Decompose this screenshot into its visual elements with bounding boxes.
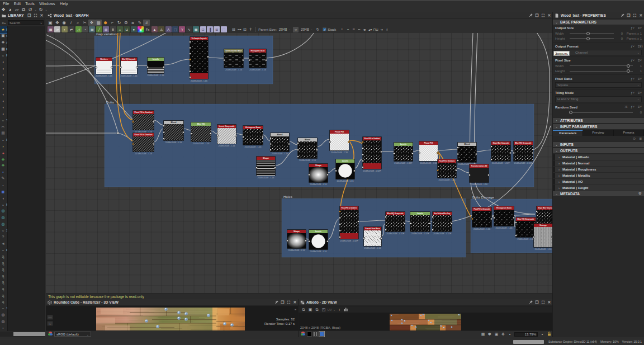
warning-node-icon[interactable]: ⚠ xyxy=(158,26,164,32)
output-port[interactable] xyxy=(429,223,430,224)
open-icon[interactable]: ▱ xyxy=(13,7,20,12)
graph-node[interactable]: Shelves2048x2048 - L16 xyxy=(95,57,112,77)
view2d-maximize-icon[interactable]: ⛶ xyxy=(540,300,546,305)
output-port[interactable] xyxy=(182,131,184,133)
color-profile-icon[interactable] xyxy=(48,332,53,337)
library-tree-item[interactable]: ▪ xyxy=(0,324,7,331)
pixel-height-slider[interactable]: Height1 xyxy=(553,68,644,73)
input-port[interactable] xyxy=(457,153,458,155)
graph-node[interactable]: Levels2048x2048 - L16 xyxy=(146,57,164,77)
library-tree-item[interactable]: ą xyxy=(0,266,7,273)
library-tree-item[interactable]: ❖ xyxy=(0,162,7,169)
align-icon-6[interactable]: ⊓⊔ xyxy=(373,27,378,31)
output-port[interactable] xyxy=(353,170,355,172)
output-port[interactable] xyxy=(455,169,457,171)
graph-node[interactable]: Blend2048x2048 - L16 xyxy=(269,133,290,155)
tools-icon[interactable]: ⚙ xyxy=(122,20,129,26)
view3d-maximize-icon[interactable]: ⛶ xyxy=(286,300,292,305)
graph-node[interactable]: Shape2048x2048 - L16 xyxy=(255,156,276,179)
view2d-tool-icon-2[interactable]: ▣ xyxy=(493,332,500,337)
uniform-color-node-icon[interactable]: ⇄ xyxy=(68,26,74,32)
graph-node[interactable]: Blur HQ2048x2048 - L16 xyxy=(190,122,211,145)
input-port[interactable] xyxy=(393,153,395,154)
input-port[interactable] xyxy=(120,67,121,68)
hsl-node-icon[interactable]: ◉ xyxy=(138,26,144,32)
graph-close-icon[interactable]: ✕ xyxy=(546,13,552,18)
input-port[interactable] xyxy=(385,229,386,230)
output-port[interactable] xyxy=(111,67,112,68)
library-tree-item[interactable]: ◍ xyxy=(0,311,7,318)
channels-icon[interactable] xyxy=(301,332,305,337)
input-port[interactable] xyxy=(363,237,364,239)
input-port[interactable] xyxy=(432,216,433,218)
gradient-node-icon[interactable]: ◗ xyxy=(61,26,68,32)
input-port[interactable] xyxy=(335,170,337,172)
lock-icon[interactable] xyxy=(546,332,552,337)
input-port[interactable] xyxy=(269,143,271,145)
unlink-icon[interactable]: ✂ xyxy=(81,20,88,26)
output-port[interactable] xyxy=(437,152,438,154)
elbow-links-icon[interactable]: ⌐ xyxy=(109,20,116,26)
view3d-viewport[interactable]: » — › Samples: 32 Render Time: 0.17 s xyxy=(46,306,298,330)
library-tree-item[interactable]: ⌄3 xyxy=(0,305,7,312)
param-menu-icon[interactable]: ≡˅ xyxy=(634,59,642,62)
output-port[interactable] xyxy=(513,217,514,219)
input-port[interactable] xyxy=(513,152,514,154)
graph-node[interactable]: Histogram Scan2048x2048 - L16 xyxy=(248,49,267,71)
properties-float-icon[interactable]: ❐ xyxy=(626,13,632,18)
save-icon[interactable]: ⧉ xyxy=(20,7,27,12)
output-port[interactable] xyxy=(210,133,211,134)
input-parameters-section[interactable]: ⌄INPUT PARAMETERS xyxy=(553,124,644,130)
output-port[interactable] xyxy=(490,218,492,220)
slider-track[interactable] xyxy=(570,110,633,115)
dot-node-icon[interactable]: ⊞ xyxy=(214,26,220,32)
align-icon-2[interactable]: ⠛ xyxy=(351,27,356,31)
menu-help[interactable]: Help xyxy=(58,2,70,6)
graph-node[interactable]: Invert Grayscale2048x2048 - L16 xyxy=(216,124,236,147)
output-port[interactable] xyxy=(163,66,164,68)
graph-node[interactable]: Slope Blur Grayscale2048x2048 - L32F xyxy=(490,141,511,164)
input-port[interactable] xyxy=(189,70,191,72)
levels-node-icon[interactable]: ╱ xyxy=(96,26,102,32)
param-menu-icon[interactable]: ≡˅ xyxy=(634,77,642,81)
output-port[interactable] xyxy=(235,135,236,136)
param-menu-icon[interactable]: ⤨ xyxy=(620,105,627,109)
library-float-icon[interactable]: ❐ xyxy=(26,13,32,18)
library-tree-item[interactable]: ◖ xyxy=(0,98,7,105)
channels-node-icon[interactable]: ⠿ xyxy=(110,26,116,32)
blur-node-icon[interactable]: • xyxy=(82,26,88,32)
view2d-title[interactable]: Albedo - 2D VIEW xyxy=(306,300,337,304)
menu-tools[interactable]: Tools xyxy=(23,2,36,6)
graph-node[interactable]: Levels2048x2048 - L16 xyxy=(335,159,355,182)
output-port[interactable] xyxy=(242,59,244,61)
view2d-tool-icon-4[interactable]: • xyxy=(506,332,513,336)
library-tree-item[interactable]: ✂ xyxy=(0,124,7,130)
anchor-icon[interactable]: ⍒ xyxy=(248,27,253,32)
graph-pin-icon[interactable] xyxy=(528,13,534,18)
input-port[interactable] xyxy=(269,137,271,139)
input-port[interactable] xyxy=(189,76,191,78)
tab-presets[interactable]: Presets xyxy=(614,130,644,136)
input-port[interactable] xyxy=(515,221,517,223)
output-port[interactable] xyxy=(316,149,318,150)
normal-node-icon[interactable]: ◍ xyxy=(103,26,109,32)
library-tree-item[interactable]: ◍ xyxy=(0,214,7,221)
flask-node-icon[interactable]: Y xyxy=(179,26,185,32)
zoom-icon[interactable]: ⌕ xyxy=(74,20,81,26)
graph-node[interactable]: Histogram Scan2048x2048 - L16 xyxy=(242,125,263,148)
background-black-swatch[interactable] xyxy=(307,332,312,337)
library-tree-item[interactable]: ◖ xyxy=(0,84,7,91)
library-search-input[interactable]: Search » xyxy=(8,20,44,25)
uv-overlay-dropdown[interactable]: UV ⌄ xyxy=(327,308,336,311)
portal-out-node-icon[interactable]: ▐ xyxy=(207,26,213,32)
align-icon-5[interactable]: ▴▾ xyxy=(367,27,373,31)
wire-dot[interactable] xyxy=(117,132,119,134)
text-node-icon[interactable]: A xyxy=(165,26,172,32)
graph-node[interactable]: Flood Fill to Gradient2048x2048 - L32F xyxy=(362,136,382,172)
input-port[interactable] xyxy=(457,159,458,161)
fill-node-icon[interactable]: ⊔ xyxy=(124,26,130,32)
library-tree-item[interactable]: ▪ xyxy=(0,169,7,176)
metadata-gear-icon[interactable]: ⚙ xyxy=(638,191,642,196)
library-tree-item[interactable]: ▪ xyxy=(0,182,7,188)
graph-node[interactable]: Levels2048x2048 - L32F xyxy=(393,142,413,164)
